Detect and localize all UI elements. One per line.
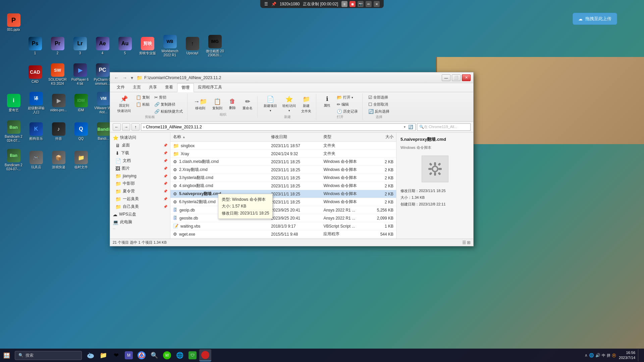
- desktop-icon-sw[interactable]: SW SOLIDWORKS 2024: [47, 62, 68, 87]
- upload-button[interactable]: ☁ 拖拽至此上传: [573, 13, 617, 25]
- back-button[interactable]: ←: [113, 123, 121, 131]
- taskbar-app-search2[interactable]: 🔍: [148, 349, 160, 361]
- desktop-icon-qq[interactable]: Q QQ: [70, 119, 92, 144]
- desktop-icon-cut[interactable]: 剪映 剪映专业版: [137, 34, 158, 59]
- ribbon-properties-btn[interactable]: ℹ 属性: [320, 94, 334, 109]
- sidebar-item-zhongying[interactable]: 📁 中影部 📌: [110, 180, 170, 187]
- desktop-icon-upscayl[interactable]: ↑ Upscayl: [181, 34, 203, 59]
- desktop-icon-toy[interactable]: 🎮 玩具店: [25, 147, 47, 173]
- pause-button[interactable]: ⏸: [341, 1, 347, 7]
- taskbar-app-explorer[interactable]: 📁: [97, 349, 109, 361]
- file-row-singbox[interactable]: 📁singbox 2023/11/1 18:57 文件夹: [170, 142, 396, 150]
- taskbar-app-shield[interactable]: 🛡: [186, 349, 199, 361]
- maximize-button[interactable]: ⬜: [452, 74, 461, 81]
- up-button[interactable]: ↑: [131, 123, 140, 131]
- file-row-geosite[interactable]: 🗄geosite.db 2023/9/25 20:41 Ansys 2022 R…: [170, 214, 396, 222]
- sidebar-item-downloads[interactable]: ⬇ 下载 📌: [110, 149, 170, 157]
- taskbar-app-browser2[interactable]: 🌐: [174, 349, 186, 361]
- file-row-wget[interactable]: ⚙wget.exe 2015/5/11 9:48 应用程序 544 KB: [170, 230, 396, 238]
- tab-home[interactable]: 主页: [129, 83, 145, 92]
- addr-dropdown-icon[interactable]: ▾: [404, 125, 406, 129]
- sidebar-item-wps[interactable]: ☁ WPS云盘: [110, 210, 170, 218]
- refresh-icon[interactable]: 🔄: [408, 125, 413, 129]
- desktop-icon-au[interactable]: Au 5: [114, 34, 136, 59]
- taskbar-app-wechat[interactable]: W: [161, 349, 173, 361]
- desktop-icon-pptx[interactable]: P 001.pptx: [3, 10, 24, 35]
- hamburger-icon[interactable]: ☰: [264, 2, 268, 6]
- qa-back-icon[interactable]: ←: [113, 74, 120, 81]
- desktop-icon-trans[interactable]: 译 超级翻译输入口: [25, 90, 47, 116]
- stop-button[interactable]: ⏹: [350, 1, 356, 7]
- desktop-icon-wechat-img[interactable]: IMG 微信截图 20230820...: [204, 34, 226, 59]
- file-row-xray-cmd[interactable]: ⚙2.Xray翻墙.cmd 2023/11/1 18:25 Windows 命令…: [170, 166, 396, 174]
- desktop-icon-bandicam1[interactable]: Ban Bandicam 2024-07...: [3, 119, 24, 144]
- file-row-waiting[interactable]: 📝waiting.vbs 2018/1/3 9:17 VBScript Scri…: [170, 222, 396, 230]
- ribbon-moveto-btn[interactable]: →📁 移动到: [192, 97, 209, 112]
- desktop-icon-video[interactable]: ▶ video-pro...: [48, 90, 69, 116]
- sidebar-item-chou2[interactable]: 📁 自己臭美 📌: [110, 203, 170, 210]
- forward-button[interactable]: →: [122, 123, 130, 131]
- tray-expand[interactable]: ∧: [585, 353, 588, 358]
- ribbon-deselectall-btn[interactable]: ☐ 全部取消: [367, 101, 391, 108]
- file-row-geoip[interactable]: 🗄geoip.db 2023/9/25 20:41 Ansys 2022 R1 …: [170, 206, 396, 214]
- desktop-icon-pr[interactable]: Pr 2: [47, 34, 68, 59]
- desktop-icon-wb[interactable]: WB Workbench 2022 R1: [159, 34, 181, 59]
- ribbon-cut-btn[interactable]: ✂ 剪切: [153, 94, 184, 101]
- tab-apptools[interactable]: 应用程序工具: [194, 83, 226, 92]
- sidebar-item-more[interactable]: ···: [110, 226, 170, 232]
- file-row-hysteria2[interactable]: ⚙6.hysteria2翻墙.cmd 2023/11/1 18:25 Windo…: [170, 198, 396, 206]
- show-desktop-button[interactable]: [638, 349, 641, 361]
- sidebar-item-desktop[interactable]: 🖥 桌面 📌: [110, 141, 170, 149]
- desktop-icon-kugou[interactable]: K 酷狗音乐: [25, 119, 47, 144]
- address-path[interactable]: › Chrome119_AllNew_2023.11.2 ▾ 🔄: [141, 123, 416, 131]
- ribbon-rename-btn[interactable]: ✏ 重命名: [240, 97, 255, 112]
- tab-view[interactable]: 查看: [161, 83, 177, 92]
- start-button[interactable]: 🪟: [0, 349, 13, 362]
- tray-network[interactable]: 🌐: [589, 353, 594, 358]
- desktop-icon-tiktok[interactable]: ♪ 抖音: [48, 119, 69, 144]
- tray-360[interactable]: ⦿: [612, 353, 616, 358]
- desktop-icon-idm[interactable]: IDM IDM: [70, 90, 92, 116]
- ribbon-pasteshortcut-btn[interactable]: 🔗 粘贴快捷方式: [153, 108, 184, 115]
- sidebar-item-xialing[interactable]: 📁 夏令营 📌: [110, 187, 170, 195]
- ribbon-open-btn[interactable]: 📂 打开 ▾: [335, 94, 360, 101]
- pen-button[interactable]: ✏: [366, 1, 372, 7]
- close-button[interactable]: ✕: [462, 74, 471, 81]
- tray-input-zh[interactable]: 中: [602, 353, 605, 358]
- ribbon-copy-btn[interactable]: 📋 复制: [134, 94, 151, 101]
- sidebar-item-pictures[interactable]: 🖼 图片 📌: [110, 165, 170, 172]
- tray-input-lang[interactable]: 拼: [607, 353, 610, 358]
- file-row-naiveproxy[interactable]: ⚙5.naiveproxy翻墙.cmd 2023/11/1 18:25 Wind…: [170, 190, 396, 198]
- sidebar-item-jianying[interactable]: 📁 jianying 📌: [110, 172, 170, 180]
- file-row-clash[interactable]: ⚙1.clash.meta翻墙.cmd 2023/11/1 18:25 Wind…: [170, 158, 396, 166]
- taskbar-search[interactable]: 🔍 搜索: [15, 351, 82, 360]
- ribbon-copypath-btn[interactable]: 🔗 复制路径: [153, 101, 184, 108]
- list-view-button[interactable]: ☰: [462, 240, 466, 245]
- taskbar-app-record[interactable]: [199, 349, 211, 361]
- desktop-icon-iqiyi[interactable]: i 爱奇艺: [3, 90, 24, 116]
- taskbar-app-chrome[interactable]: [136, 349, 148, 361]
- tray-volume[interactable]: 🔊: [595, 353, 600, 358]
- tab-manage[interactable]: 管理: [177, 83, 194, 92]
- col-header-type[interactable]: 类型: [321, 133, 370, 140]
- ribbon-newfolder-btn[interactable]: 📁 新建 文件夹: [299, 95, 313, 115]
- sidebar-item-quickaccess[interactable]: ⭐ 快速访问: [110, 134, 170, 141]
- camera-button[interactable]: 📷: [358, 1, 364, 7]
- ribbon-paste-btn[interactable]: 📋 粘贴: [134, 101, 151, 108]
- sidebar-item-documents[interactable]: 📄 文档 📌: [110, 157, 170, 165]
- tab-file[interactable]: 文件: [113, 83, 129, 92]
- ribbon-delete-btn[interactable]: 🗑 删除: [226, 97, 239, 111]
- qa-down-icon[interactable]: ▾: [129, 74, 135, 81]
- desktop-icon-bandicam3[interactable]: Ban Bandicam 2024-07-...: [3, 147, 24, 173]
- desktop-icon-ps[interactable]: Ps 1: [24, 34, 46, 59]
- file-row-hysteria[interactable]: ⚙3.hysteria翻墙.cmd 2023/11/1 18:25 Window…: [170, 174, 396, 182]
- minimize-button[interactable]: —: [442, 74, 450, 81]
- close-recording-button[interactable]: ✕: [374, 1, 380, 7]
- desktop-icon-ae[interactable]: Ae 4: [92, 34, 113, 59]
- col-header-name[interactable]: 名称 ▲: [170, 133, 268, 140]
- col-header-date[interactable]: 修改日期: [268, 133, 321, 140]
- desktop-icon-tempfiles[interactable]: 📁 临时文件: [70, 147, 92, 173]
- tab-share[interactable]: 共享: [145, 83, 161, 92]
- sidebar-item-thispc[interactable]: 💻 此电脑: [110, 218, 170, 226]
- details-view-button[interactable]: ⊞: [467, 240, 471, 245]
